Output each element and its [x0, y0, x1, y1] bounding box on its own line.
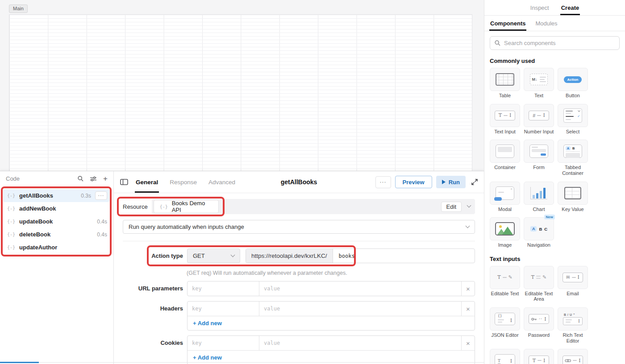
run-behavior-select[interactable]: Run query automatically when inputs chan…	[123, 220, 475, 234]
component-card-rich-text-editor[interactable]: B / U ”I Rich Text Editor	[558, 307, 588, 343]
editable-text-area-icon: T✎	[531, 274, 547, 280]
panel-toggle-icon[interactable]	[120, 179, 128, 185]
tabbed-container-icon: AB	[563, 145, 582, 158]
component-card-email[interactable]: ✉I Email	[558, 266, 588, 302]
canvas-frame-tab[interactable]: Main	[9, 4, 28, 13]
tab-inspect[interactable]: Inspect	[530, 0, 549, 15]
component-card-table[interactable]: Table	[490, 68, 520, 99]
remove-row-icon[interactable]: ×	[461, 302, 475, 316]
key-input[interactable]	[188, 281, 259, 296]
value-input[interactable]	[259, 302, 461, 316]
rest-query-icon: {-}	[7, 206, 15, 211]
component-card-navigation[interactable]: NewABC Navigation	[524, 217, 554, 248]
tab-create[interactable]: Create	[561, 0, 579, 15]
expand-icon[interactable]	[471, 179, 478, 185]
query-list-item[interactable]: {-} addNewBook	[3, 202, 109, 215]
filter-icon[interactable]	[90, 176, 96, 182]
component-card-modal[interactable]: × Modal	[490, 182, 520, 212]
component-card-button[interactable]: Action Button	[558, 68, 588, 99]
tab-components[interactable]: Components	[490, 16, 525, 31]
search-icon[interactable]	[78, 176, 83, 182]
code-panel-title: Code	[6, 175, 20, 182]
component-card-form[interactable]: Form	[524, 140, 554, 176]
remove-row-icon[interactable]: ×	[461, 281, 475, 296]
component-search[interactable]	[490, 36, 620, 50]
component-card-text[interactable]: M↓ Text	[524, 68, 554, 99]
query-run-time: 0.4s	[97, 219, 107, 225]
resource-edit-button[interactable]: Edit	[441, 202, 462, 212]
value-input[interactable]	[259, 281, 461, 296]
component-card-text-input-2[interactable]: TI Text Input	[524, 349, 554, 364]
text-icon: M↓	[530, 74, 548, 85]
commonly-used-grid: Table M↓ Text Action Button TI Text Inpu…	[484, 68, 625, 248]
action-type-label: Action type	[114, 252, 183, 259]
query-menu-button[interactable]: ···	[95, 191, 107, 200]
query-run-time: 0.4s	[97, 232, 107, 238]
query-list-item[interactable]: {-} getAllBooks 0.3s ···	[3, 189, 109, 202]
select-icon: ✓	[563, 108, 582, 123]
key-value-row: ×	[188, 336, 475, 350]
component-card-tabbed-container[interactable]: AB Tabbed Container	[558, 140, 588, 176]
component-card-editable-text[interactable]: T✎ Editable Text	[490, 266, 520, 302]
http-method-select[interactable]: GET	[187, 248, 240, 263]
preview-button[interactable]: Preview	[395, 176, 432, 188]
rest-resource-icon: {-}	[160, 204, 168, 209]
chevron-down-icon	[466, 224, 470, 228]
query-name: getAllBooks	[19, 192, 53, 199]
headers-label: Headers	[114, 301, 183, 331]
number-input-icon: #I	[529, 111, 549, 120]
form-icon	[529, 145, 548, 158]
component-card-password[interactable]: ··I Password	[524, 307, 554, 343]
component-card-json-editor[interactable]: {}I JSON Editor	[490, 307, 520, 343]
text-input-icon: TI	[495, 111, 515, 120]
component-card-url[interactable]: I URL	[558, 349, 588, 364]
add-new-link[interactable]: + Add new	[188, 316, 475, 330]
query-list-item[interactable]: {-} updateBook 0.4s	[3, 215, 109, 228]
resource-label: Resource	[123, 203, 148, 210]
component-card-text-input[interactable]: TI Text Input	[490, 104, 520, 135]
query-list-item[interactable]: {-} updateAuthor	[3, 241, 109, 254]
key-input[interactable]	[188, 336, 259, 350]
url-input[interactable]: https://retoolapi.dev/kxrLKC/ books	[246, 248, 475, 263]
search-input[interactable]	[504, 40, 615, 46]
key-input[interactable]	[188, 302, 259, 316]
key-value-row: ×	[188, 281, 475, 296]
query-overflow-menu-button[interactable]: ···	[375, 176, 391, 188]
component-card-text-area[interactable]: TI Text Area	[490, 349, 520, 364]
run-helper-text: (GET req) Will run automatically wheneve…	[187, 270, 475, 276]
remove-row-icon[interactable]: ×	[461, 336, 475, 350]
editable-text-icon: T✎	[497, 274, 512, 280]
value-input[interactable]	[259, 336, 461, 350]
retool-editor: Main Code + {-} getAll	[0, 0, 625, 364]
url-base-segment: https://retoolapi.dev/kxrLKC/	[246, 249, 333, 263]
cookies-section: Cookies × + Add new	[114, 335, 475, 364]
resource-value-chip[interactable]: {-} Books Demo API	[154, 200, 219, 213]
tab-general[interactable]: General	[136, 171, 158, 193]
modal-icon: ×	[496, 186, 514, 200]
run-button[interactable]: Run	[436, 176, 466, 188]
component-card-number-input[interactable]: #I Number Input	[524, 104, 554, 135]
url-path-segment[interactable]: books	[333, 249, 361, 263]
component-card-chart[interactable]: Chart	[524, 182, 554, 212]
search-icon	[495, 40, 500, 46]
inspector-panel: Inspect Create Components Modules Common…	[484, 0, 625, 364]
component-card-key-value[interactable]: Key Value	[558, 182, 588, 212]
component-card-container[interactable]: Container	[490, 140, 520, 176]
component-card-image[interactable]: Image	[490, 217, 520, 248]
cookies-label: Cookies	[114, 335, 183, 364]
loading-progress-bar	[0, 362, 39, 363]
component-card-select[interactable]: ✓ Select	[558, 104, 588, 135]
component-card-editable-text-area[interactable]: T✎ Editable Text Area	[524, 266, 554, 302]
table-icon	[496, 73, 514, 86]
query-list-item[interactable]: {-} deleteBook 0.4s	[3, 228, 109, 241]
tab-modules[interactable]: Modules	[535, 16, 557, 31]
bottom-panel: Code + {-} getAllBooks 0.3s ···	[0, 171, 484, 364]
tab-advanced[interactable]: Advanced	[208, 171, 235, 193]
play-icon	[442, 180, 446, 184]
tab-response[interactable]: Response	[170, 171, 197, 193]
query-run-time: 0.3s	[81, 193, 91, 199]
code-panel-header: Code +	[0, 171, 113, 186]
resource-name: Books Demo API	[172, 200, 212, 213]
image-icon	[495, 222, 515, 236]
add-query-icon[interactable]: +	[103, 175, 108, 182]
